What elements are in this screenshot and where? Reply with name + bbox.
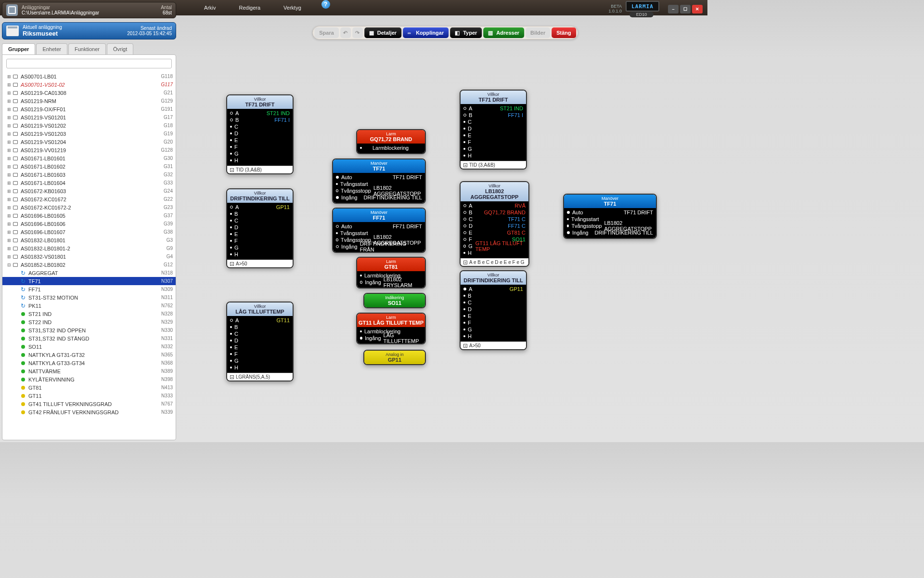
tree-item[interactable]: NATTKYLA GT31-GT32 N365 <box>2 351 176 359</box>
tab-grupper[interactable]: Grupper <box>2 43 35 54</box>
path-card[interactable]: Anläggningar C:\Users\arre.LARMIA\Anlägg… <box>2 2 176 18</box>
node-row[interactable]: B <box>230 210 290 217</box>
node-row[interactable]: TvångsstoppLB1802 AGGREGATSTOPP <box>567 223 653 229</box>
node-row[interactable]: D <box>230 337 290 344</box>
window-maximize[interactable]: ☐ <box>680 5 691 13</box>
expand-icon[interactable]: ⊞ <box>7 164 12 169</box>
node-row[interactable]: CTF71 C <box>463 216 526 223</box>
node-row[interactable]: AGP11 <box>463 286 523 292</box>
node-row[interactable]: F <box>230 351 290 357</box>
node-row[interactable]: E <box>463 313 523 319</box>
tree-group[interactable]: ⊞ AS01219-VS01204 G20 <box>2 138 176 146</box>
tree-group[interactable]: ⊟ AS01852-LB01802 G12 <box>2 261 176 269</box>
node-row[interactable]: IngångLB1802 FRYSLARM <box>360 279 422 286</box>
node-row[interactable]: C <box>230 123 290 130</box>
tree-item[interactable]: GT81 N413 <box>2 383 176 392</box>
tree-group[interactable]: ⊞ AS01671-LB01604 G33 <box>2 179 176 187</box>
node-villkor-lb1802[interactable]: VillkorLB1802 AGGREGATSTOPP ARVÅBGQ71,72… <box>460 181 529 267</box>
window-close[interactable]: ✕ <box>692 5 703 13</box>
node-row[interactable]: G <box>230 150 290 157</box>
expand-icon[interactable]: ⊞ <box>7 82 12 87</box>
node-villkor-tf71drift[interactable]: VillkorTF71 DRIFT AST21 INDBFF71 ICDEFGH… <box>226 94 294 174</box>
expand-icon[interactable]: ⊞ <box>7 189 12 194</box>
expand-icon[interactable]: + <box>230 375 234 379</box>
tree-item[interactable]: ST22 IND N329 <box>2 318 176 326</box>
expand-icon[interactable]: ⊞ <box>7 213 12 218</box>
expand-icon[interactable]: ⊞ <box>7 131 12 136</box>
tab-funktioner[interactable]: Funktioner <box>68 43 106 54</box>
node-row[interactable]: IngångLÅG TILLUFTTEMP <box>360 335 422 342</box>
node-row[interactable]: AutoTF71 DRIFT <box>567 209 653 216</box>
connections-button[interactable]: ⎓Kopplingar <box>403 27 449 38</box>
expand-icon[interactable]: + <box>463 163 467 167</box>
node-row[interactable]: D <box>230 224 290 231</box>
expand-icon[interactable]: ⊞ <box>7 74 12 79</box>
tree-item[interactable]: ↻ FF71 N309 <box>2 285 176 293</box>
node-row[interactable]: ARVÅ <box>463 202 526 209</box>
expand-icon[interactable]: + <box>463 344 467 348</box>
node-row[interactable]: IngångDRIFTINDIKERING TILL <box>336 194 422 201</box>
node-larm-gq7172[interactable]: LarmGQ71,72 BRAND Larmblockering <box>356 129 426 154</box>
node-villkor-driftind[interactable]: VillkorDRIFTINDIKERING TILL AGP11BCDEFGH… <box>226 188 294 268</box>
tree-group[interactable]: ⊞ AS00701-LB01 G118 <box>2 72 176 80</box>
tree-list[interactable]: ⊞ AS00701-LB01 G118⊞ AS00701-VS01-02 G11… <box>2 54 176 440</box>
facility-card[interactable]: Aktuell anläggning Riksmuseet Senast änd… <box>2 22 176 39</box>
filter-input[interactable] <box>6 59 172 68</box>
tree-item[interactable]: ↻ TF71 N307 <box>2 277 176 285</box>
tree-item[interactable]: NATTVÄRME N389 <box>2 367 176 375</box>
node-row[interactable]: H <box>463 152 523 159</box>
node-row[interactable]: E <box>230 137 290 144</box>
node-indikering-so11[interactable]: IndikeringSO11 <box>363 293 426 308</box>
node-manover-tf71-b[interactable]: ManöverTF71 AutoTF71 DRIFTTvångsstartTvå… <box>563 194 657 239</box>
node-row[interactable]: F <box>230 144 290 150</box>
tree-group[interactable]: ⊞ AS01672-KC01672-2 G23 <box>2 203 176 211</box>
types-button[interactable]: ◧Typer <box>450 27 482 38</box>
tree-group[interactable]: ⊞ AS01672-KB01603 G24 <box>2 187 176 195</box>
node-row[interactable]: H <box>230 251 290 258</box>
node-row[interactable]: G <box>230 244 290 251</box>
expand-icon[interactable]: ⊞ <box>7 230 12 235</box>
node-row[interactable]: D <box>463 125 523 132</box>
tree-item[interactable]: GT42 FRÅNLUFT VERKNINGSGRAD N339 <box>2 408 176 416</box>
expand-icon[interactable]: + <box>230 262 234 266</box>
node-manover-tf71[interactable]: ManöverTF71 AutoTF71 DRIFTTvångsstartTvå… <box>332 158 426 204</box>
expand-icon[interactable]: ⊞ <box>7 99 12 104</box>
tree-group[interactable]: ⊞ AS01671-LB01601 G30 <box>2 154 176 162</box>
node-row[interactable]: G <box>463 326 523 333</box>
node-manover-ff71[interactable]: ManöverFF71 AutoFF71 DRIFTTvångsstartTvå… <box>332 208 426 253</box>
node-row[interactable]: AST21 IND <box>230 110 290 117</box>
node-row[interactable]: E <box>230 231 290 237</box>
node-row[interactable]: F <box>463 139 523 145</box>
expand-icon[interactable]: ⊞ <box>7 148 12 153</box>
expand-icon[interactable]: ⊞ <box>7 205 12 210</box>
tree-group[interactable]: ⊞ AS01219-VV01219 G128 <box>2 146 176 154</box>
expand-icon[interactable]: ⊞ <box>7 181 12 185</box>
tree-item[interactable]: GT41 TILLUFT VERKNINGSGRAD N767 <box>2 400 176 408</box>
tab-ovrigt[interactable]: Övrigt <box>107 43 133 54</box>
collapse-icon[interactable]: ⊟ <box>7 263 12 267</box>
tree-group[interactable]: ⊞ AS01219-VS01203 G19 <box>2 130 176 138</box>
node-row[interactable]: Larmblockering <box>360 144 422 151</box>
tree-group[interactable]: ⊞ AS01671-LB01602 G31 <box>2 162 176 171</box>
expand-icon[interactable]: + <box>230 168 234 172</box>
expand-icon[interactable]: ⊞ <box>7 254 12 259</box>
node-villkor-lagtilluft[interactable]: VillkorLÅG TILLUFTTEMP AGT11BCDEFGH +LGR… <box>226 302 294 381</box>
tree-group[interactable]: ⊞ AS01219-VS01202 G18 <box>2 121 176 130</box>
node-row[interactable]: E <box>230 344 290 351</box>
menu-redigera[interactable]: Redigera <box>227 0 272 15</box>
node-row[interactable]: IngångDRIFTINDIKERING TILL <box>567 229 653 236</box>
tree-item[interactable]: ST21 IND N328 <box>2 310 176 318</box>
expand-icon[interactable]: ⊞ <box>7 172 12 177</box>
tree-group[interactable]: ⊞ AS01832-LB01801-2 G9 <box>2 244 176 252</box>
tree-group[interactable]: ⊞ AS01696-LB01606 G39 <box>2 220 176 228</box>
expand-icon[interactable]: ⊞ <box>7 107 12 112</box>
menu-verktyg[interactable]: Verktyg <box>272 0 313 15</box>
expand-icon[interactable]: ⊞ <box>7 91 12 95</box>
node-larm-gt11[interactable]: LarmGT11 LÅG TILLUFT TEMP Larmblockering… <box>356 313 426 344</box>
node-villkor-driftind-b[interactable]: VillkorDRIFTINDIKERING TILL AGP11BCDEFGH… <box>460 270 527 350</box>
node-analog-gp11[interactable]: Analog inGP11 <box>363 350 426 365</box>
node-row[interactable]: C <box>230 217 290 224</box>
node-row[interactable]: IngångDRIFTINDIKERING FRÅN <box>336 243 422 250</box>
expand-icon[interactable]: ⊞ <box>7 115 12 120</box>
tree-item[interactable]: ↻ PK11 N762 <box>2 302 176 310</box>
